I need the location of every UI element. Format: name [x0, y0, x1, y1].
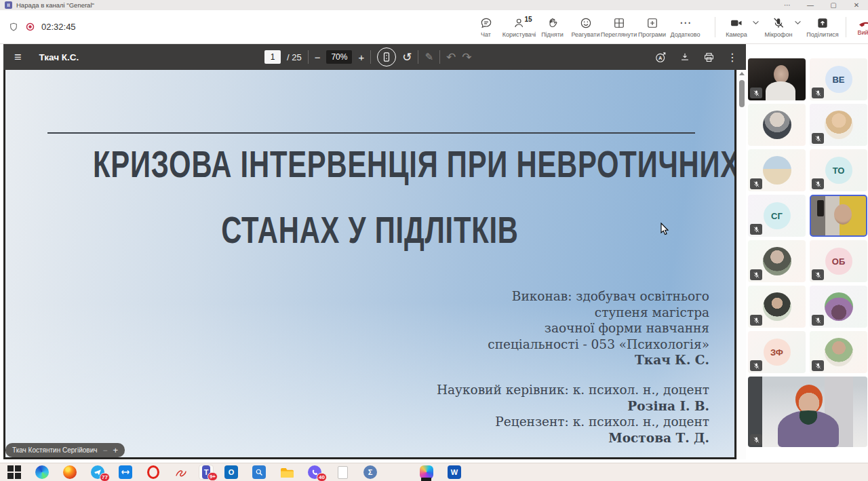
word-app-button[interactable]: W [447, 465, 462, 480]
rotate-button[interactable]: ↺ [402, 50, 412, 64]
presenter-name-pill[interactable]: Ткач Костянтин Сергійович − + [5, 443, 125, 457]
share-button[interactable]: Поділитися [804, 16, 842, 38]
slide-title: КРИЗОВА ІНТЕРВЕНЦІЯ ПРИ НЕВРОТИЧНИХ СТАН… [5, 146, 734, 249]
mic-muted-badge-icon [812, 269, 824, 280]
participant-tile-man-suit-avatar[interactable] [748, 104, 806, 146]
participant-tile-woman-glasses-video[interactable] [748, 58, 806, 100]
participant-tile-red-hair-woman-video[interactable] [748, 377, 867, 447]
microphone-chevron-icon[interactable] [794, 20, 802, 25]
scribble-app-button[interactable] [174, 465, 189, 480]
folder-icon [280, 467, 294, 478]
initials-avatar: ТО [825, 157, 852, 184]
edge-icon [35, 465, 49, 479]
mic-muted-badge-icon [750, 224, 762, 235]
scroll-up-arrow[interactable] [739, 72, 745, 75]
raise-hand-button[interactable]: Підняти [536, 16, 569, 38]
document-canvas: КРИЗОВА ІНТЕРВЕНЦІЯ ПРИ НЕВРОТИЧНИХ СТАН… [3, 70, 746, 459]
participant-tile-green-top-avatar[interactable] [810, 331, 867, 373]
hamburger-menu-icon[interactable]: ≡ [14, 51, 22, 63]
react-button[interactable]: Реагувати [569, 16, 602, 38]
zoom-out-button[interactable]: − [315, 52, 321, 63]
teamviewer-icon [119, 465, 132, 479]
participant-tile-initials-zf[interactable]: ЗФ [748, 331, 806, 373]
device-controls: Камера Мікрофон Поділитися Вийти [711, 10, 868, 44]
file-explorer-button[interactable] [279, 465, 294, 480]
window-restore-button[interactable]: ▢ [822, 0, 845, 10]
participant-tile-active-speaker-video[interactable] [810, 195, 867, 237]
apps-button[interactable]: Програми [635, 16, 669, 38]
telegram-app-button[interactable]: 77 [90, 465, 105, 480]
divider [715, 17, 715, 37]
participant-tile-beach-photo-avatar[interactable] [748, 149, 806, 191]
scrollbar-thumb[interactable] [739, 80, 745, 107]
copilot-badge [421, 478, 431, 481]
participant-tile-blonde-woman-avatar[interactable] [810, 104, 867, 146]
participant-tile-initials-be[interactable]: ВЕ [810, 58, 867, 100]
fit-to-page-button[interactable] [377, 47, 396, 66]
view-button[interactable]: Переглянути [602, 16, 635, 38]
meeting-timer: 02:32:45 [41, 22, 76, 32]
accessibility-mode-button[interactable]: A [654, 51, 667, 64]
raise-hand-icon [546, 16, 559, 30]
chat-button[interactable]: Чат [469, 16, 502, 38]
mic-muted-badge-icon [750, 360, 762, 371]
download-button[interactable] [679, 51, 691, 63]
participants-button[interactable]: 15 Користувачі [502, 16, 536, 38]
teamviewer-app-button[interactable] [118, 465, 133, 480]
teams-app-button[interactable]: T 9+ [199, 465, 214, 480]
outlook-app-button[interactable]: O [224, 465, 239, 480]
teams-badge: 9+ [208, 472, 218, 481]
window-more-button[interactable]: ⋯ [776, 0, 799, 10]
recording-icon [25, 22, 35, 32]
search-app-button[interactable] [252, 465, 267, 480]
edge-app-button[interactable] [35, 465, 50, 480]
participant-tile-initials-sg[interactable]: СГ [748, 195, 806, 237]
slide-author-name: Ткач К. С. [488, 352, 709, 368]
undo-button[interactable]: ↶ [446, 50, 456, 64]
participants-count: 15 [524, 16, 532, 23]
zoom-level[interactable]: 70% [326, 50, 352, 64]
pill-expand-icon[interactable]: + [113, 445, 118, 455]
more-button[interactable]: ⋯ Додатково [669, 16, 702, 38]
draw-button[interactable]: ✎ [425, 51, 433, 63]
window-close-button[interactable]: ✕ [845, 0, 868, 10]
mic-muted-badge-icon [812, 133, 824, 144]
participant-tile-short-hair-avatar[interactable] [748, 240, 806, 282]
scribble-app-icon [174, 466, 188, 478]
search-icon [252, 465, 266, 479]
opera-app-button[interactable] [146, 465, 161, 480]
participant-tile-sitting-woman-avatar[interactable] [748, 286, 806, 328]
microphone-button[interactable]: Мікрофон [762, 16, 795, 38]
participant-tile-initials-ob[interactable]: ОБ [810, 240, 867, 282]
document-title: Ткач К.С. [39, 52, 79, 62]
pill-collapse-icon[interactable]: − [102, 446, 107, 455]
copilot-app-button[interactable] [419, 465, 434, 480]
document-scrollbar[interactable] [736, 70, 746, 459]
camera-button[interactable]: Камера [719, 16, 753, 38]
slide-rule-line [47, 132, 695, 134]
document-icon [338, 466, 348, 479]
redo-button[interactable]: ↷ [462, 50, 471, 64]
start-button[interactable] [7, 465, 22, 480]
leave-button[interactable]: Вийти [850, 19, 868, 36]
fit-page-icon [382, 52, 391, 62]
zoom-in-button[interactable]: + [358, 52, 364, 63]
page-number-input[interactable] [264, 50, 281, 64]
camera-chevron-icon[interactable] [752, 20, 760, 25]
viber-app-button[interactable]: 40 [307, 465, 322, 480]
participant-tile-purple-tree-avatar[interactable] [810, 286, 867, 328]
firefox-app-button[interactable] [62, 465, 77, 480]
blank-document-button[interactable] [335, 465, 350, 480]
page-zoom-controls: / 25 − 70% + ↺ ✎ ↶ ↷ [264, 44, 472, 70]
sigma-app-button[interactable]: Σ [363, 465, 378, 480]
photo-avatar [825, 292, 853, 321]
teams-app-icon: ii [5, 1, 12, 9]
window-minimize-button[interactable]: — [799, 0, 822, 10]
print-button[interactable] [703, 51, 715, 64]
viber-badge: 40 [317, 473, 327, 481]
participant-tile-initials-to[interactable]: ТО [810, 149, 867, 191]
kebab-menu-icon[interactable]: ⋮ [727, 51, 738, 64]
window-titlebar: ii Нарада в каналі "General" ⋯ — ▢ ✕ [0, 0, 868, 10]
apps-plus-icon [646, 16, 659, 30]
hangup-icon [858, 19, 868, 27]
